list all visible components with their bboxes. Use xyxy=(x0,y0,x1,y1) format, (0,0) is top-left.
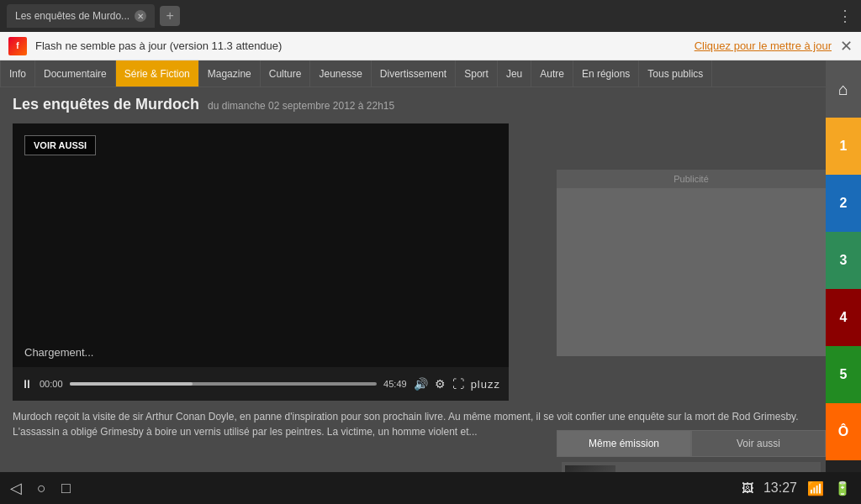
photo-icon: 🖼 xyxy=(742,481,753,495)
flash-update-banner: f Flash ne semble pas à jour (version 11… xyxy=(0,32,861,60)
pause-button[interactable]: ⏸ xyxy=(21,377,33,391)
browser-menu-button[interactable]: ⋮ xyxy=(837,7,854,25)
channel-3[interactable]: 3 xyxy=(826,232,861,289)
page-wrapper: Info Documentaire Série & Fiction Magazi… xyxy=(0,60,861,504)
flash-update-link[interactable]: Cliquez pour le mettre à jour xyxy=(695,39,832,52)
channel-sidebar: ⌂ 1 2 3 4 5 Ô xyxy=(826,60,861,472)
ad-panel: Publicité xyxy=(557,170,826,356)
status-bar: 🖼 13:27 📶 🔋 xyxy=(742,480,851,496)
channel-5[interactable]: 5 xyxy=(826,346,861,403)
ad-label: Publicité xyxy=(557,170,826,188)
browser-chrome: Les enquêtes de Murdo... ✕ + ⋮ xyxy=(0,0,861,32)
channel-4[interactable]: 4 xyxy=(826,289,861,346)
back-button[interactable]: ◁ xyxy=(10,479,22,497)
channel-home[interactable]: ⌂ xyxy=(826,60,861,118)
voir-aussi-tab[interactable]: Voir aussi xyxy=(691,430,826,457)
emission-tab-row: Même émission Voir aussi xyxy=(557,430,826,457)
meme-emission-tab[interactable]: Même émission xyxy=(557,430,691,457)
video-player[interactable]: VOIR AUSSI Chargement... ⏸ 00:00 45:49 🔊… xyxy=(13,123,509,401)
show-date: du dimanche 02 septembre 2012 à 22h15 xyxy=(208,100,394,112)
nav-item-sport[interactable]: Sport xyxy=(456,60,498,87)
show-title: Les enquêtes de Murdoch xyxy=(13,96,199,113)
flash-close-button[interactable]: ✕ xyxy=(840,37,853,55)
channel-o[interactable]: Ô xyxy=(826,403,861,460)
wifi-icon: 📶 xyxy=(807,480,824,496)
tab-close-button[interactable]: ✕ xyxy=(135,10,146,22)
tab-title: Les enquêtes de Murdo... xyxy=(15,10,129,22)
nav-item-serie-fiction[interactable]: Série & Fiction xyxy=(116,60,199,87)
nav-item-jeu[interactable]: Jeu xyxy=(498,60,531,87)
volume-button[interactable]: 🔊 xyxy=(414,377,428,391)
nav-item-culture[interactable]: Culture xyxy=(261,60,311,87)
pluzz-logo: pluzz xyxy=(471,378,500,391)
nav-item-info[interactable]: Info xyxy=(0,60,35,87)
voir-aussi-overlay-button[interactable]: VOIR AUSSI xyxy=(24,135,96,155)
video-controls: ⏸ 00:00 45:49 🔊 ⚙ ⛶ pluzz xyxy=(13,367,509,401)
home-button[interactable]: ○ xyxy=(37,480,46,497)
flash-message: Flash ne semble pas à jour (version 11.3… xyxy=(35,39,686,52)
progress-bar[interactable] xyxy=(70,382,378,386)
flash-logo: f xyxy=(8,37,27,55)
nav-item-divertissement[interactable]: Divertissement xyxy=(372,60,456,87)
fullscreen-button[interactable]: ⛶ xyxy=(452,377,464,391)
nav-item-en-regions[interactable]: En régions xyxy=(573,60,639,87)
browser-tab[interactable]: Les enquêtes de Murdo... ✕ xyxy=(7,4,155,28)
nav-item-magazine[interactable]: Magazine xyxy=(199,60,261,87)
channel-2[interactable]: 2 xyxy=(826,175,861,232)
recent-apps-button[interactable]: □ xyxy=(61,480,71,497)
progress-fill xyxy=(70,382,193,386)
loading-indicator: Chargement... xyxy=(24,346,93,359)
channel-1[interactable]: 1 xyxy=(826,118,861,175)
nav-item-documentaire[interactable]: Documentaire xyxy=(35,60,116,87)
nav-item-autre[interactable]: Autre xyxy=(531,60,573,87)
nav-item-jeunesse[interactable]: Jeunesse xyxy=(310,60,371,87)
ad-content xyxy=(557,188,826,356)
system-bar: ◁ ○ □ 🖼 13:27 📶 🔋 xyxy=(0,472,861,504)
clock: 13:27 xyxy=(763,480,797,496)
nav-item-tous-publics[interactable]: Tous publics xyxy=(639,60,712,87)
new-tab-button[interactable]: + xyxy=(160,6,180,26)
category-nav: Info Documentaire Série & Fiction Magazi… xyxy=(0,60,826,87)
total-time: 45:49 xyxy=(383,379,407,389)
battery-icon: 🔋 xyxy=(834,480,851,496)
current-time: 00:00 xyxy=(40,379,63,389)
settings-button[interactable]: ⚙ xyxy=(435,377,446,391)
